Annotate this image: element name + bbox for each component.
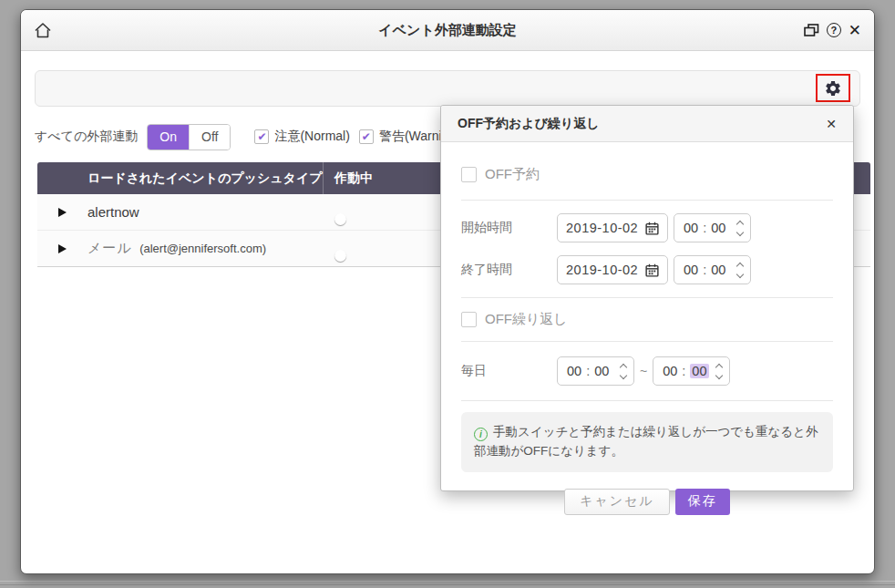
time-colon: : bbox=[703, 263, 706, 277]
normal-checkbox-label: 注意(Normal) bbox=[274, 129, 349, 145]
daily-to-minute-selected: 00 bbox=[690, 364, 708, 378]
push-type-detail: (alert@jennifersoft.com) bbox=[139, 242, 266, 255]
check-icon: ✔ bbox=[362, 131, 371, 142]
push-type-cell: alertnow bbox=[87, 204, 323, 221]
info-text: 手動スイッチと予約または繰り返しが一つでも重なると外部連動がOFFになります。 bbox=[474, 425, 818, 458]
normal-checkbox[interactable]: ✔ bbox=[254, 129, 269, 144]
home-icon[interactable] bbox=[34, 22, 52, 39]
section-divider bbox=[461, 341, 833, 342]
time-spinner[interactable] bbox=[716, 365, 722, 378]
off-schedule-checkbox[interactable] bbox=[461, 167, 477, 182]
expand-arrow-icon[interactable] bbox=[58, 244, 67, 253]
check-icon: ✔ bbox=[257, 131, 266, 142]
time-spinner[interactable] bbox=[737, 222, 743, 235]
spinner-down-icon[interactable] bbox=[620, 371, 627, 378]
toolbar bbox=[35, 70, 860, 107]
toggle-off-button[interactable]: Off bbox=[189, 125, 230, 150]
expander-cell bbox=[37, 244, 87, 253]
help-icon[interactable]: ? bbox=[827, 23, 841, 37]
daily-to-time-input[interactable]: 00 : 00 bbox=[653, 356, 730, 386]
dialog-header: イベント外部連動設定 ? ✕ bbox=[21, 10, 874, 51]
off-repeat-checkbox-row: OFF繰り返し bbox=[461, 311, 833, 328]
off-schedule-checkbox-row: OFF予約 bbox=[461, 166, 833, 183]
time-colon: : bbox=[703, 221, 706, 235]
end-date-input[interactable]: 2019-10-02 bbox=[557, 255, 668, 284]
spinner-up-icon[interactable] bbox=[736, 262, 744, 269]
start-time-input[interactable]: 00 : 00 bbox=[674, 213, 751, 242]
spinner-up-icon[interactable] bbox=[620, 363, 627, 370]
daily-from-hour: 00 bbox=[567, 364, 581, 378]
popup-close-icon[interactable]: ✕ bbox=[826, 118, 837, 130]
gear-icon bbox=[824, 79, 842, 98]
window-controls: ? ✕ bbox=[804, 23, 861, 38]
off-schedule-label: OFF予約 bbox=[485, 166, 540, 183]
time-colon: : bbox=[682, 364, 685, 378]
toggle-knob bbox=[334, 213, 346, 225]
calendar-icon[interactable] bbox=[645, 222, 659, 235]
push-type-column-header: ロードされたイベントのプッシュタイプ bbox=[87, 170, 323, 187]
daily-to-hour: 00 bbox=[663, 364, 677, 378]
section-divider bbox=[461, 200, 833, 201]
time-spinner[interactable] bbox=[737, 263, 743, 277]
toggle-knob bbox=[334, 250, 346, 262]
all-integration-toggle: On Off bbox=[147, 124, 231, 150]
start-date-value: 2019-10-02 bbox=[566, 221, 638, 235]
daily-label: 毎日 bbox=[461, 363, 557, 379]
backdrop-line bbox=[0, 581, 895, 582]
info-icon: i bbox=[474, 428, 488, 441]
spinner-up-icon[interactable] bbox=[715, 363, 723, 370]
backdrop-line bbox=[0, 584, 895, 585]
filter-row: すべての外部連動 On Off ✔ 注意(Normal) ✔ 警告(Warnin… bbox=[35, 123, 474, 150]
end-time-input[interactable]: 00 : 00 bbox=[674, 255, 751, 284]
end-time-row: 終了時間 2019-10-02 00 : 00 bbox=[461, 255, 833, 284]
start-date-input[interactable]: 2019-10-02 bbox=[557, 213, 668, 242]
time-spinner[interactable] bbox=[621, 365, 626, 378]
section-divider bbox=[461, 400, 833, 401]
toggle-on-button[interactable]: On bbox=[148, 125, 189, 150]
push-type-name: メール bbox=[87, 240, 132, 255]
spinner-down-icon[interactable] bbox=[736, 228, 744, 235]
push-type-name: alertnow bbox=[87, 204, 139, 220]
close-window-icon[interactable]: ✕ bbox=[849, 23, 861, 38]
end-minute: 00 bbox=[711, 263, 725, 277]
off-repeat-checkbox[interactable] bbox=[461, 312, 477, 327]
end-date-value: 2019-10-02 bbox=[566, 263, 638, 277]
page-title: イベント外部連動設定 bbox=[378, 22, 516, 39]
popup-body: OFF予約 開始時間 2019-10-02 bbox=[441, 142, 853, 515]
range-tilde: ~ bbox=[640, 364, 647, 378]
expand-arrow-icon[interactable] bbox=[58, 208, 67, 217]
cancel-button[interactable]: キャンセル bbox=[564, 489, 670, 515]
daily-time-row: 毎日 00 : 00 ~ 00 : 00 bbox=[461, 356, 833, 386]
active-column-header: 作動中 bbox=[324, 170, 373, 187]
spinner-up-icon[interactable] bbox=[736, 220, 744, 227]
push-type-cell: メール (alert@jennifersoft.com) bbox=[87, 240, 323, 257]
end-hour: 00 bbox=[684, 263, 698, 277]
expander-cell bbox=[37, 208, 87, 217]
spinner-down-icon[interactable] bbox=[715, 371, 723, 378]
start-hour: 00 bbox=[684, 221, 698, 235]
time-colon: : bbox=[586, 364, 590, 378]
start-time-label: 開始時間 bbox=[461, 220, 557, 236]
filter-label: すべての外部連動 bbox=[35, 129, 138, 145]
section-divider bbox=[461, 297, 833, 298]
end-time-label: 終了時間 bbox=[461, 262, 557, 278]
off-schedule-popup: OFF予約および繰り返し ✕ OFF予約 開始時間 2019-10-02 bbox=[440, 105, 854, 491]
start-minute: 00 bbox=[711, 221, 725, 235]
popup-title: OFF予約および繰り返し bbox=[458, 116, 600, 132]
popup-header: OFF予約および繰り返し ✕ bbox=[441, 106, 853, 142]
spinner-down-icon[interactable] bbox=[736, 270, 744, 277]
off-repeat-label: OFF繰り返し bbox=[485, 311, 568, 328]
warning-checkbox[interactable]: ✔ bbox=[359, 129, 374, 144]
popup-buttons: キャンセル 保存 bbox=[461, 489, 833, 515]
info-box: i手動スイッチと予約または繰り返しが一つでも重なると外部連動がOFFになります。 bbox=[461, 412, 833, 472]
settings-gear-button[interactable] bbox=[816, 74, 850, 102]
filter-checkbox-normal-group: ✔ 注意(Normal) bbox=[254, 129, 349, 145]
restore-window-icon[interactable] bbox=[804, 24, 819, 37]
start-time-row: 開始時間 2019-10-02 00 : 00 bbox=[461, 213, 833, 242]
calendar-icon[interactable] bbox=[645, 263, 659, 277]
daily-from-minute: 00 bbox=[594, 364, 609, 378]
save-button[interactable]: 保存 bbox=[675, 489, 730, 515]
daily-from-time-input[interactable]: 00 : 00 bbox=[557, 356, 634, 386]
